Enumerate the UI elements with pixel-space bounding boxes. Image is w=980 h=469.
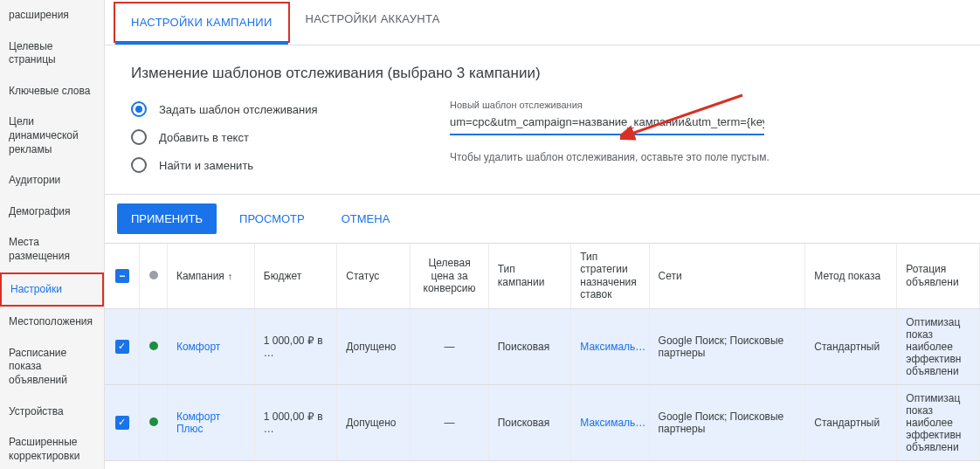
sidebar-item-landing-pages[interactable]: Целевые страницы xyxy=(0,31,104,76)
sidebar-item-extensions[interactable]: расширения xyxy=(0,0,104,31)
radio-label: Добавить в текст xyxy=(159,131,249,144)
cell-status: Допущено xyxy=(337,308,411,384)
cell-networks: Google Поиск; Поисковые партнеры xyxy=(649,384,805,460)
apply-button[interactable]: ПРИМЕНИТЬ xyxy=(117,203,217,234)
table-row[interactable]: ✓ Комфорт Плюс 1 000,00 ₽ в … Допущено —… xyxy=(105,384,980,460)
col-campaign[interactable]: Кампания↑ xyxy=(167,244,254,308)
cell-rotation: Оптимизац показ наиболее эффективн объяв… xyxy=(897,384,980,460)
radio-icon xyxy=(131,129,147,145)
campaign-link[interactable]: Комфорт Плюс xyxy=(176,410,220,435)
col-method[interactable]: Метод показа xyxy=(805,244,897,308)
sidebar-item-ad-schedule[interactable]: Расписание показа объявлений xyxy=(0,338,104,397)
cancel-button[interactable]: ОТМЕНА xyxy=(328,203,404,234)
template-field-label: Новый шаблон отслеживания xyxy=(450,100,773,110)
cell-budget: 1 000,00 ₽ в … xyxy=(254,308,337,384)
sidebar-item-placements[interactable]: Места размещения xyxy=(0,227,104,272)
preview-button[interactable]: ПРОСМОТР xyxy=(225,203,319,234)
col-status[interactable]: Статус xyxy=(337,244,411,308)
sidebar-item-audiences[interactable]: Аудитории xyxy=(0,165,104,197)
status-enabled-icon xyxy=(149,341,158,350)
radio-label: Задать шаблон отслеживания xyxy=(159,103,318,116)
col-rotation[interactable]: Ротация объявлени xyxy=(897,244,980,308)
cell-cpa: — xyxy=(411,308,488,384)
row-checkbox[interactable]: ✓ xyxy=(115,416,129,430)
sidebar-item-advanced-bid[interactable]: Расширенные корректировки xyxy=(0,427,104,469)
action-bar: ПРИМЕНИТЬ ПРОСМОТР ОТМЕНА xyxy=(105,194,980,243)
tracking-template-input[interactable] xyxy=(450,112,764,135)
row-checkbox[interactable]: ✓ xyxy=(115,340,129,354)
campaign-link[interactable]: Комфорт xyxy=(176,341,220,353)
col-target-cpa[interactable]: Целевая цена за конверсию xyxy=(411,244,488,308)
col-networks[interactable]: Сети xyxy=(649,244,805,308)
cell-networks: Google Поиск; Поисковые партнеры xyxy=(649,308,805,384)
cell-method: Стандартный xyxy=(805,384,897,460)
sidebar-item-devices[interactable]: Устройства xyxy=(0,397,104,428)
sidebar-item-settings[interactable]: Настройки xyxy=(0,272,104,307)
campaigns-table: − Кампания↑ Бюджет Статус Целевая цена з… xyxy=(105,243,980,469)
panel-title: Изменение шаблонов отслеживания (выбрано… xyxy=(131,65,954,82)
cell-cpa: — xyxy=(411,384,488,460)
cell-type: Поисковая xyxy=(488,384,571,460)
sidebar-item-demographics[interactable]: Демография xyxy=(0,197,104,228)
strategy-link[interactable]: Максималь… xyxy=(580,417,645,429)
radio-icon xyxy=(131,157,147,173)
sidebar: расширения Целевые страницы Ключевые сло… xyxy=(0,0,105,469)
radio-icon xyxy=(131,101,147,117)
cell-method: Стандартный xyxy=(805,308,897,384)
col-type[interactable]: Тип кампании xyxy=(488,244,571,308)
tab-account-settings[interactable]: НАСТРОЙКИ АККАУНТА xyxy=(290,0,456,45)
sort-asc-icon: ↑ xyxy=(228,271,233,281)
cell-status: Допущено xyxy=(337,384,411,460)
col-strategy[interactable]: Тип стратегии назначения ставок xyxy=(571,244,649,308)
tab-campaign-settings[interactable]: НАСТРОЙКИ КАМПАНИИ xyxy=(114,2,290,43)
sidebar-item-keywords[interactable]: Ключевые слова xyxy=(0,76,104,107)
cell-budget: 1 000,00 ₽ в … xyxy=(254,384,337,460)
table-row[interactable]: ✓ Комфорт 1 000,00 ₽ в … Допущено — Поис… xyxy=(105,308,980,384)
col-budget[interactable]: Бюджет xyxy=(254,244,337,308)
cell-type: Поисковая xyxy=(488,308,571,384)
template-hint: Чтобы удалить шаблон отслеживания, остав… xyxy=(450,151,773,163)
cell-rotation: Оптимизац показ наиболее эффективн объяв… xyxy=(897,308,980,384)
sidebar-item-locations[interactable]: Местоположения xyxy=(0,307,104,338)
status-enabled-icon xyxy=(149,417,158,426)
status-dot-header-icon xyxy=(149,271,158,279)
edit-panel: Изменение шаблонов отслеживания (выбрано… xyxy=(105,45,980,194)
radio-label: Найти и заменить xyxy=(159,159,253,172)
select-all-checkbox[interactable]: − xyxy=(115,269,129,283)
tabs: НАСТРОЙКИ КАМПАНИИ НАСТРОЙКИ АККАУНТА xyxy=(105,0,980,45)
sidebar-item-dsa-targets[interactable]: Цели динамической рекламы xyxy=(0,107,104,165)
strategy-link[interactable]: Максималь… xyxy=(580,341,645,353)
